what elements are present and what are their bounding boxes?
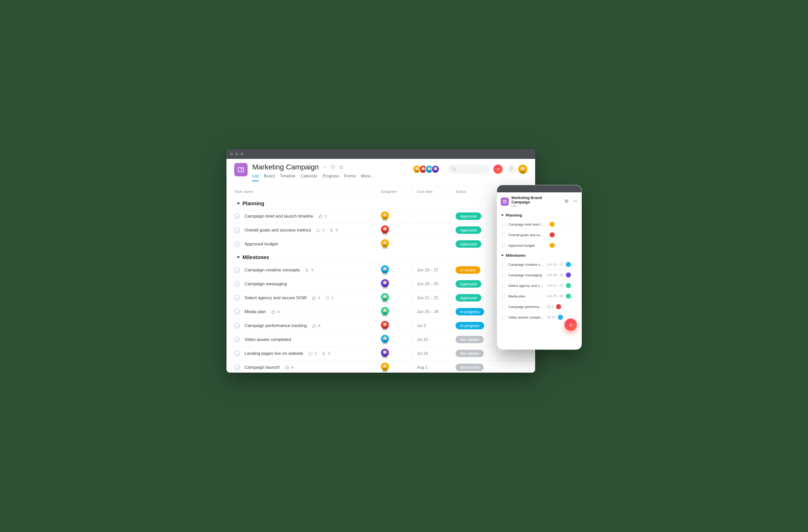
complete-toggle[interactable] <box>234 227 240 233</box>
complete-toggle[interactable] <box>501 294 506 299</box>
assignee-avatar[interactable] <box>556 304 561 309</box>
more-icon[interactable] <box>573 198 578 205</box>
status-pill[interactable]: Approved <box>456 240 481 248</box>
search-input[interactable] <box>448 165 489 174</box>
task-row[interactable]: Approved budgetApproved <box>226 237 535 251</box>
assignee-avatar[interactable] <box>381 307 389 315</box>
complete-toggle[interactable] <box>234 281 240 287</box>
complete-toggle[interactable] <box>234 241 240 247</box>
column-header-due[interactable]: Due date <box>412 186 451 197</box>
project-title[interactable]: Marketing Campaign <box>252 163 319 171</box>
task-row[interactable]: Landing pages live on website25Jul 24Not… <box>226 346 535 360</box>
assignee-avatar[interactable] <box>566 262 571 267</box>
complete-toggle[interactable] <box>234 365 240 370</box>
assignee-avatar[interactable] <box>566 283 571 288</box>
tab-board[interactable]: Board <box>264 174 275 181</box>
complete-toggle[interactable] <box>234 337 240 342</box>
complete-toggle[interactable] <box>234 213 240 219</box>
tab-list[interactable]: List <box>252 174 259 181</box>
traffic-light-icon[interactable] <box>235 152 238 155</box>
complete-toggle[interactable] <box>501 273 506 277</box>
assignee-avatar[interactable] <box>381 293 389 301</box>
assignee-avatar[interactable] <box>381 211 389 220</box>
due-date[interactable]: Jun 21 – 22 <box>412 293 451 302</box>
section-header[interactable]: Planning <box>226 197 535 209</box>
tab-forms[interactable]: Forms <box>344 174 355 181</box>
task-row[interactable]: Campaign brief and launch timeline3Appro… <box>226 209 535 223</box>
assignee-avatar[interactable] <box>381 279 389 287</box>
mobile-task-row[interactable]: Campaign performance trackingJul 3 <box>497 301 582 312</box>
assignee-avatar[interactable] <box>381 363 389 371</box>
due-date[interactable]: Jul 3 <box>412 321 451 330</box>
assignee-avatar[interactable] <box>566 272 571 278</box>
task-row[interactable]: Select agency and secure SOW32Jun 21 – 2… <box>226 291 535 305</box>
tab-timeline[interactable]: Timeline <box>280 174 295 181</box>
task-row[interactable]: Campaign creative concepts3Jun 19 – 27In… <box>226 263 535 277</box>
star-icon[interactable] <box>339 165 344 169</box>
complete-toggle[interactable] <box>234 295 240 301</box>
complete-toggle[interactable] <box>501 243 506 248</box>
mobile-task-row[interactable]: Select agency and secure SOWJun 21 – 22 <box>497 280 582 291</box>
assignee-avatar[interactable] <box>558 315 563 320</box>
complete-toggle[interactable] <box>501 222 506 227</box>
me-avatar[interactable] <box>518 165 528 174</box>
assignee-avatar[interactable] <box>381 239 389 247</box>
due-date[interactable]: Jun 18 – 20 <box>412 280 451 288</box>
status-pill[interactable]: Approved <box>456 280 481 288</box>
assignee-avatar[interactable] <box>566 293 571 299</box>
assignee-avatar[interactable] <box>381 349 389 357</box>
complete-toggle[interactable] <box>234 309 240 315</box>
column-header-assignee[interactable]: Assignee <box>376 186 412 197</box>
complete-toggle[interactable] <box>501 262 506 267</box>
tab-more[interactable]: More... <box>361 174 374 181</box>
help-button[interactable]: ? <box>507 165 516 174</box>
due-date[interactable]: Aug 1 <box>412 363 451 372</box>
mobile-task-row[interactable]: Media planJun 25 – 26 <box>497 291 582 301</box>
complete-toggle[interactable] <box>234 351 240 356</box>
due-date[interactable] <box>412 242 451 246</box>
traffic-light-icon[interactable] <box>230 152 233 155</box>
task-row[interactable]: Campaign launch!8Aug 1Not started <box>226 360 535 373</box>
tab-progress[interactable]: Progress <box>322 174 339 181</box>
tab-calendar[interactable]: Calendar <box>300 174 317 181</box>
mobile-view-selector[interactable]: List <box>511 204 562 208</box>
mobile-task-row[interactable]: Campaign brief and launch timeline <box>497 219 582 229</box>
task-row[interactable]: Campaign performance tracking8Jul 3In pr… <box>226 319 535 332</box>
complete-toggle[interactable] <box>501 304 506 309</box>
due-date[interactable]: Jun 19 – 27 <box>412 266 451 274</box>
assignee-avatar[interactable] <box>381 321 389 329</box>
task-row[interactable]: Overall goals and success metrics25Appro… <box>226 223 535 237</box>
avatar[interactable] <box>431 165 440 173</box>
task-row[interactable]: Video assets completedJul 10Not started <box>226 332 535 346</box>
status-pill[interactable]: Not started <box>456 350 484 357</box>
due-date[interactable] <box>412 228 451 232</box>
status-pill[interactable]: In review <box>456 266 480 274</box>
mobile-task-row[interactable]: Approved budget <box>497 240 582 250</box>
status-pill[interactable]: Approved <box>456 212 481 220</box>
due-date[interactable]: Jul 24 <box>412 349 451 358</box>
status-pill[interactable]: Not started <box>456 364 484 371</box>
assignee-avatar[interactable] <box>381 265 389 273</box>
task-row[interactable]: Media plan8Jun 25 – 26In progress <box>226 305 535 319</box>
traffic-light-icon[interactable] <box>240 152 243 155</box>
chevron-down-icon[interactable] <box>322 165 327 169</box>
due-date[interactable]: Jul 10 <box>412 335 451 344</box>
status-pill[interactable]: Approved <box>456 226 481 234</box>
due-date[interactable] <box>412 214 451 218</box>
mobile-add-button[interactable]: + <box>565 319 577 331</box>
complete-toggle[interactable] <box>234 323 240 328</box>
complete-toggle[interactable] <box>501 315 506 320</box>
settings-icon[interactable] <box>564 198 569 205</box>
mobile-project-title[interactable]: Marketing Brand Campaign <box>511 195 562 204</box>
add-button[interactable]: + <box>493 165 503 174</box>
mobile-task-row[interactable]: Campaign messagingJun 18 – 20 <box>497 270 582 280</box>
assignee-avatar[interactable] <box>550 243 555 248</box>
column-header-task[interactable]: Task name <box>226 186 376 197</box>
task-row[interactable]: Campaign messagingJun 18 – 20Approved <box>226 277 535 291</box>
assignee-avatar[interactable] <box>550 222 555 227</box>
mobile-section-header[interactable]: Milestones <box>497 250 582 259</box>
info-icon[interactable] <box>331 165 335 169</box>
assignee-avatar[interactable] <box>381 335 389 343</box>
mobile-section-header[interactable]: Planning <box>497 210 582 219</box>
due-date[interactable]: Jun 25 – 26 <box>412 307 451 316</box>
